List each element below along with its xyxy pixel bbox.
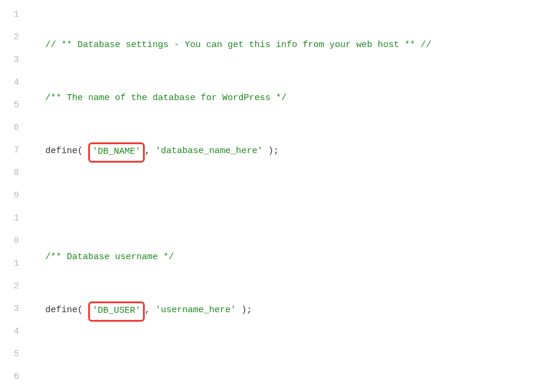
line-number: 2 <box>0 275 19 298</box>
line-number: 4 <box>0 71 19 94</box>
constant-name: 'DB_USER' <box>92 306 141 316</box>
define-keyword: define( <box>45 305 88 315</box>
line-number: 6 <box>0 366 19 388</box>
code-line-comment: /** Database username */ <box>45 246 535 269</box>
line-number: 1 <box>0 253 19 275</box>
line-number: 7 <box>0 139 19 162</box>
line-number: 7 <box>0 388 19 392</box>
code-line-define: define( 'DB_USER', 'username_here' ); <box>45 299 535 322</box>
code-line-blank <box>45 193 535 216</box>
code-area[interactable]: // ** Database settings - You can get th… <box>27 0 535 392</box>
line-end: ); <box>263 146 279 156</box>
line-number: 1 <box>0 207 19 230</box>
line-number: 8 <box>0 162 19 185</box>
code-line-comment: // ** Database settings - You can get th… <box>45 34 535 57</box>
line-number: 1 <box>0 4 19 26</box>
highlight-box: 'DB_NAME' <box>88 142 145 163</box>
separator: , <box>145 146 155 156</box>
code-editor: 1 2 3 4 5 6 7 8 9 1 0 1 2 3 4 5 6 7 8 //… <box>0 0 535 392</box>
constant-value: 'database_name_here' <box>155 146 263 156</box>
define-keyword: define( <box>45 146 88 156</box>
comment-text: /** The name of the database for WordPre… <box>45 93 287 103</box>
line-number: 5 <box>0 343 19 366</box>
line-number: 2 <box>0 26 19 49</box>
constant-value: 'username_here' <box>155 305 236 315</box>
line-number: 3 <box>0 298 19 321</box>
line-number: 5 <box>0 94 19 117</box>
highlight-box: 'DB_USER' <box>88 301 145 322</box>
constant-name: 'DB_NAME' <box>92 147 141 157</box>
comment-text: /** Database username */ <box>45 252 174 262</box>
line-number: 6 <box>0 117 19 139</box>
comment-text: // ** Database settings - You can get th… <box>45 40 431 50</box>
separator: , <box>145 305 155 315</box>
line-number: 4 <box>0 321 19 343</box>
line-number-gutter: 1 2 3 4 5 6 7 8 9 1 0 1 2 3 4 5 6 7 8 <box>0 0 27 392</box>
code-line-define: define( 'DB_NAME', 'database_name_here' … <box>45 140 535 163</box>
line-end: ); <box>236 305 252 315</box>
line-number: 9 <box>0 185 19 207</box>
line-number: 0 <box>0 230 19 253</box>
line-number: 3 <box>0 49 19 71</box>
code-line-blank <box>45 352 535 375</box>
code-line-comment: /** The name of the database for WordPre… <box>45 87 535 110</box>
